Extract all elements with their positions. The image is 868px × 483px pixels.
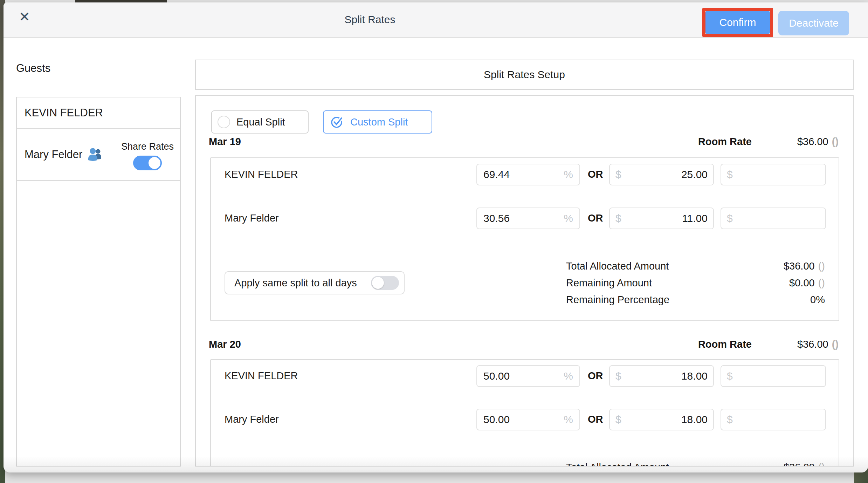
- total-note: (): [818, 260, 825, 272]
- room-rate-note: (): [832, 339, 839, 350]
- apply-same-split-toggle[interactable]: [371, 276, 399, 290]
- dollar-sign: $: [615, 370, 621, 382]
- modal-title: Split Rates: [314, 14, 426, 26]
- percent-input-box: %: [476, 208, 580, 229]
- amount-input[interactable]: [624, 370, 708, 382]
- total-allocated-row: Total Allocated Amount $36.00(): [566, 260, 825, 272]
- room-rate-value: $36.00: [797, 136, 828, 147]
- amount-input-box: $: [609, 409, 714, 430]
- dollar-sign: $: [727, 212, 733, 224]
- amount-input-box: $: [609, 365, 714, 387]
- amount-input[interactable]: [624, 169, 708, 181]
- total-note: (): [818, 462, 825, 467]
- room-rate-label: Room Rate: [698, 136, 752, 147]
- percent-input-box: %: [476, 365, 580, 387]
- percent-sign: %: [564, 414, 573, 426]
- remaining-percentage-row: Remaining Percentage 0%: [566, 294, 825, 306]
- confirm-button[interactable]: Confirm: [705, 11, 770, 34]
- row-guest-name: Mary Felder: [225, 414, 279, 425]
- total-label: Remaining Amount: [566, 277, 652, 289]
- amount-input-box: $: [609, 164, 714, 185]
- share-rates-toggle[interactable]: [133, 156, 162, 170]
- check-circle-icon: [330, 115, 344, 129]
- room-rate-value: $36.00: [797, 339, 828, 350]
- equal-split-label: Equal Split: [236, 116, 285, 128]
- room-rate-note: (): [832, 136, 839, 147]
- radio-unchecked-icon: [218, 116, 230, 128]
- apply-same-split-box: Apply same split to all days: [225, 271, 405, 294]
- modal-header: ✕ Split Rates Confirm Deactivate: [4, 2, 868, 38]
- dollar-sign: $: [615, 414, 621, 426]
- total-label: Remaining Percentage: [566, 294, 669, 306]
- custom-split-option[interactable]: Custom Split: [323, 110, 432, 134]
- percent-input[interactable]: [483, 414, 561, 426]
- room-rate-label: Room Rate: [698, 339, 752, 350]
- extra-amount-input[interactable]: [736, 370, 820, 382]
- row-guest-name: Mary Felder: [225, 212, 279, 224]
- extra-amount-input[interactable]: [736, 169, 820, 181]
- percent-input[interactable]: [483, 212, 561, 224]
- extra-amount-input-box: $: [721, 164, 826, 185]
- percent-sign: %: [564, 370, 573, 382]
- day-date: Mar 19: [209, 136, 241, 148]
- confirm-annotation-highlight: Confirm: [702, 8, 773, 37]
- row-guest-name: KEVIN FELDER: [225, 169, 298, 180]
- total-value: $0.00: [789, 277, 815, 288]
- amount-input[interactable]: [624, 212, 708, 224]
- amount-input-box: $: [609, 208, 714, 229]
- total-value: $36.00: [784, 260, 815, 272]
- shared-guests-icon: [87, 148, 103, 161]
- extra-amount-input-box: $: [721, 409, 826, 430]
- percent-sign: %: [564, 212, 573, 224]
- guests-panel: KEVIN FELDER Mary Felder Share Rates: [16, 97, 181, 467]
- percent-input-box: %: [476, 164, 580, 185]
- extra-amount-input-box: $: [721, 365, 826, 387]
- guest-row-kevin[interactable]: KEVIN FELDER: [17, 97, 180, 129]
- dollar-sign: $: [727, 370, 733, 382]
- split-setup-panel: Equal Split Custom Split Mar 19 Room Rat…: [195, 95, 854, 467]
- day-header: Mar 19 Room Rate$36.00(): [209, 136, 839, 148]
- percent-input-box: %: [476, 409, 580, 430]
- extra-amount-input-box: $: [721, 208, 826, 229]
- day-date: Mar 20: [209, 339, 241, 350]
- apply-same-split-label: Apply same split to all days: [234, 277, 357, 289]
- guests-heading: Guests: [16, 62, 50, 75]
- guest-name: Mary Felder: [25, 148, 82, 161]
- or-label: OR: [588, 212, 603, 224]
- or-label: OR: [588, 370, 603, 382]
- day-header: Mar 20 Room Rate$36.00(): [209, 339, 839, 350]
- total-note: (): [818, 277, 825, 288]
- day-box-mar19: KEVIN FELDER % OR $ $ Mary Felder % OR: [210, 157, 839, 321]
- total-value: 0%: [810, 294, 825, 305]
- deactivate-button[interactable]: Deactivate: [778, 11, 849, 35]
- or-label: OR: [588, 169, 603, 180]
- extra-amount-input[interactable]: [736, 414, 820, 426]
- percent-input[interactable]: [483, 370, 561, 382]
- guest-row-mary[interactable]: Mary Felder Share Rates: [17, 129, 180, 181]
- total-label: Total Allocated Amount: [566, 260, 669, 272]
- dollar-sign: $: [727, 414, 733, 426]
- split-rates-modal: ✕ Split Rates Confirm Deactivate Guests …: [4, 2, 868, 472]
- total-value: $36.00: [784, 462, 815, 467]
- day-totals: Total Allocated Amount $36.00(): [566, 461, 825, 467]
- percent-input[interactable]: [483, 169, 561, 181]
- remaining-amount-row: Remaining Amount $0.00(): [566, 277, 825, 289]
- total-label: Total Allocated Amount: [566, 461, 669, 467]
- dollar-sign: $: [727, 169, 733, 181]
- dollar-sign: $: [615, 212, 621, 224]
- extra-amount-input[interactable]: [736, 212, 820, 224]
- total-allocated-row: Total Allocated Amount $36.00(): [566, 461, 825, 467]
- dollar-sign: $: [615, 169, 621, 181]
- or-label: OR: [588, 414, 603, 425]
- percent-sign: %: [564, 169, 573, 181]
- row-guest-name: KEVIN FELDER: [225, 370, 298, 382]
- custom-split-label: Custom Split: [350, 116, 408, 128]
- day-totals: Total Allocated Amount $36.00() Remainin…: [566, 260, 825, 311]
- close-icon[interactable]: ✕: [19, 10, 30, 23]
- guest-name: KEVIN FELDER: [25, 107, 103, 119]
- day-box-mar20: KEVIN FELDER % OR $ $ Mary Felder % OR: [210, 359, 839, 467]
- share-rates-label: Share Rates: [121, 141, 174, 152]
- setup-title: Split Rates Setup: [195, 60, 854, 90]
- amount-input[interactable]: [624, 414, 708, 426]
- equal-split-option[interactable]: Equal Split: [211, 110, 309, 134]
